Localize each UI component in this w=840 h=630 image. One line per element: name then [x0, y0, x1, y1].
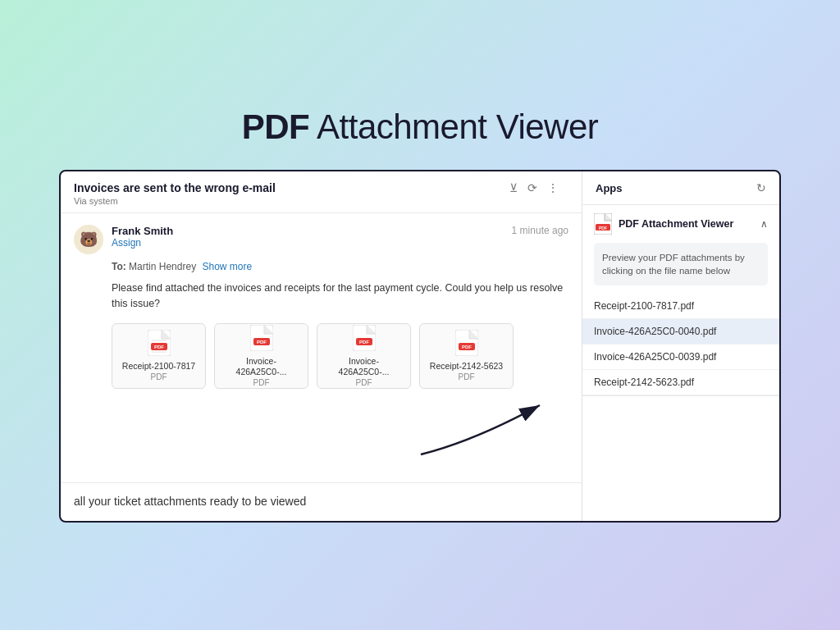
pdf-file-icon: PDF [455, 330, 478, 356]
pdf-list-item[interactable]: Receipt-2142-5623.pdf [582, 370, 779, 395]
pdf-file-icon: PDF [353, 325, 376, 351]
ticket-toolbar: ⊻ ⟳ ⋮ [500, 181, 568, 194]
attachment-type: PDF [459, 372, 475, 381]
ui-window: Invoices are sent to the wrong e-mail Vi… [59, 170, 781, 523]
sender-name: Frank Smith [112, 225, 504, 237]
arrow-annotation [388, 389, 552, 463]
attachment-name: Receipt-2100-7817 [122, 361, 195, 372]
attachment-name: Invoice-426A25C0-... [324, 356, 404, 378]
pdf-app-icon: PDF [594, 213, 612, 235]
app-name-label: PDF Attachment Viewer [619, 218, 733, 230]
svg-text:PDF: PDF [257, 340, 267, 345]
page-title: PDF Attachment Viewer [242, 107, 599, 147]
caption-area: all your ticket attachments ready to be … [61, 482, 582, 521]
pdf-list-item[interactable]: Invoice-426A25C0-0039.pdf [582, 345, 779, 370]
pdf-file-icon: PDF [250, 325, 273, 351]
attachment-item[interactable]: PDF Invoice-426A25C0-... PDF [317, 323, 411, 389]
attachment-type: PDF [253, 378, 270, 387]
chevron-up-icon[interactable]: ∧ [760, 218, 768, 230]
apps-panel: Apps ↻ PDF PDF Attachment Viewer [582, 171, 779, 521]
attachment-name: Invoice-426A25C0-... [221, 356, 301, 378]
svg-text:PDF: PDF [154, 345, 164, 349]
filter-icon[interactable]: ⊻ [509, 181, 518, 194]
pdf-file-icon: PDF [148, 330, 171, 356]
attachment-type: PDF [356, 378, 372, 387]
pdf-list-item[interactable]: Invoice-426A25C0-0040.pdf [582, 319, 779, 345]
ticket-via: Via system [74, 196, 276, 206]
svg-text:PDF: PDF [599, 226, 607, 231]
message-body: Please find attached the invoices and re… [112, 281, 568, 312]
message-meta: Frank Smith Assign [112, 225, 504, 249]
assign-link[interactable]: Assign [112, 237, 504, 249]
attachments-grid: PDF Receipt-2100-7817 PDF [112, 323, 568, 389]
message-to: To: Martin Hendrey Show more [112, 261, 568, 272]
history-icon[interactable]: ⟳ [527, 181, 537, 194]
avatar: 🐻 [74, 225, 103, 254]
app-section-title: PDF PDF Attachment Viewer [594, 213, 733, 235]
show-more-link[interactable]: Show more [202, 261, 252, 272]
pdf-list-item[interactable]: Receipt-2100-7817.pdf [582, 294, 779, 319]
attachment-name: Receipt-2142-5623 [430, 361, 503, 372]
attachment-type: PDF [151, 372, 167, 381]
pdf-file-list: Receipt-2100-7817.pdf Invoice-426A25C0-0… [582, 294, 779, 395]
message-time: 1 minute ago [512, 225, 568, 236]
svg-text:PDF: PDF [462, 345, 472, 349]
app-section: PDF PDF Attachment Viewer ∧ Preview your… [582, 205, 779, 396]
message-area: 🐻 Frank Smith Assign 1 minute ago To: Ma… [61, 213, 582, 482]
ticket-title: Invoices are sent to the wrong e-mail [74, 181, 276, 194]
refresh-icon[interactable]: ↻ [756, 181, 766, 194]
app-preview-text: Preview your PDF attachments by clicking… [594, 243, 768, 285]
attachment-item[interactable]: PDF Receipt-2100-7817 PDF [112, 323, 206, 389]
ticket-panel: Invoices are sent to the wrong e-mail Vi… [61, 171, 582, 521]
more-icon[interactable]: ⋮ [547, 181, 559, 194]
attachment-item[interactable]: PDF Invoice-426A25C0-... PDF [214, 323, 308, 389]
svg-text:PDF: PDF [359, 340, 369, 345]
apps-panel-title: Apps [596, 182, 623, 194]
caption-text: all your ticket attachments ready to be … [74, 495, 568, 508]
attachment-item[interactable]: PDF Receipt-2142-5623 PDF [419, 323, 514, 389]
